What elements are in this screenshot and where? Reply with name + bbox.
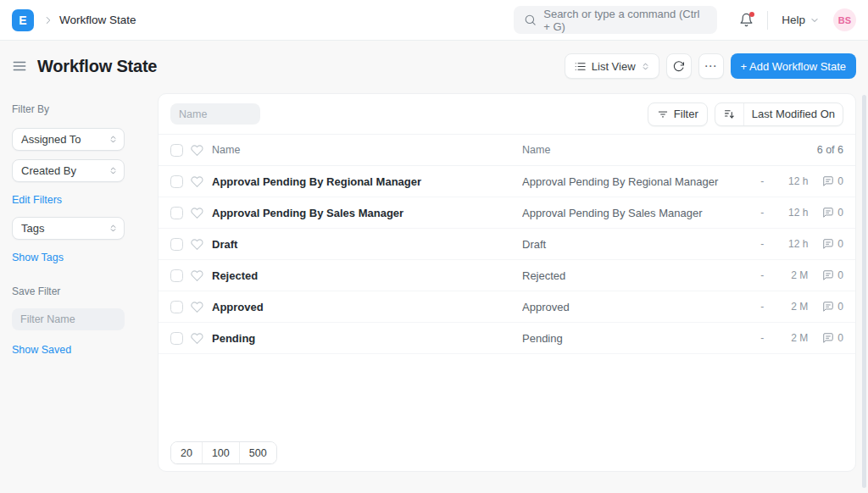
notifications-bell-button[interactable] <box>739 13 754 27</box>
page-size-button-100[interactable]: 100 <box>202 442 239 463</box>
heart-icon[interactable] <box>191 175 203 188</box>
list-row[interactable]: Approved Approved - 2 M 0 <box>159 291 855 323</box>
row-modified: 12 h <box>781 238 808 250</box>
sort-direction-button[interactable] <box>715 103 743 125</box>
row-name-link[interactable]: Pending <box>212 332 522 345</box>
row-modified: 2 M <box>781 269 808 281</box>
breadcrumb-chevron-icon <box>42 14 54 26</box>
heart-icon[interactable] <box>191 332 203 345</box>
view-switcher-button[interactable]: List View <box>565 53 659 79</box>
page-title: Workflow State <box>37 57 157 76</box>
app-logo[interactable]: E <box>12 9 34 31</box>
tags-select[interactable]: Tags <box>12 217 125 240</box>
heart-icon[interactable] <box>191 207 203 219</box>
heart-icon[interactable] <box>191 269 203 282</box>
sidebar-toggle-icon[interactable] <box>12 58 27 74</box>
row-comments[interactable]: 0 <box>822 269 843 281</box>
name-filter-input[interactable] <box>170 103 260 125</box>
list-row[interactable]: Draft Draft - 12 h 0 <box>159 229 855 260</box>
row-checkbox[interactable] <box>170 301 183 313</box>
created-by-select[interactable]: Created By <box>12 159 125 182</box>
show-saved-link[interactable]: Show Saved <box>12 344 71 356</box>
row-name-link[interactable]: Rejected <box>212 269 522 282</box>
heart-icon[interactable] <box>191 301 203 313</box>
row-modified: 12 h <box>781 207 808 219</box>
select-all-checkbox[interactable] <box>170 144 183 157</box>
sort-field-label: Last Modified On <box>752 108 835 120</box>
row-comments[interactable]: 0 <box>822 238 843 250</box>
row-name-link[interactable]: Draft <box>212 238 522 251</box>
page-size-button-20[interactable]: 20 <box>171 442 202 463</box>
row-comments[interactable]: 0 <box>822 332 843 344</box>
edit-filters-link[interactable]: Edit Filters <box>12 194 62 206</box>
row-name-link[interactable]: Approval Pending By Regional Manager <box>212 175 522 188</box>
row-name-link[interactable]: Approval Pending By Sales Manager <box>212 207 522 219</box>
more-options-button[interactable]: ⋯ <box>698 53 724 79</box>
sort-control: Last Modified On <box>715 102 843 126</box>
row-checkbox[interactable] <box>170 332 183 345</box>
row-name-link[interactable]: Approved <box>212 301 522 313</box>
row-checkbox[interactable] <box>170 269 183 282</box>
column-header-name[interactable]: Name <box>212 144 522 156</box>
list-view-icon <box>574 60 587 73</box>
comment-count: 0 <box>837 301 843 313</box>
row-meta: - 12 h 0 <box>758 175 843 187</box>
heart-icon[interactable] <box>191 238 203 251</box>
ellipsis-icon: ⋯ <box>704 58 718 74</box>
filter-actions: Filter Last Modified On <box>648 102 843 126</box>
list-row[interactable]: Rejected Rejected - 2 M 0 <box>159 260 855 291</box>
app-logo-letter: E <box>19 14 26 27</box>
view-switcher-label: List View <box>592 60 636 73</box>
comment-count: 0 <box>837 332 843 344</box>
refresh-button[interactable] <box>666 53 692 79</box>
comment-icon <box>822 238 834 250</box>
row-title: Approved <box>522 301 748 313</box>
list-header-row: Name Name 6 of 6 <box>159 135 855 166</box>
list-row[interactable]: Approval Pending By Regional Manager App… <box>159 166 855 197</box>
row-assignee: - <box>758 332 766 344</box>
row-checkbox[interactable] <box>170 207 183 219</box>
column-header-title[interactable]: Name <box>522 144 807 156</box>
row-comments[interactable]: 0 <box>822 301 843 313</box>
vertical-scrollbar[interactable] <box>862 95 866 488</box>
sort-field-button[interactable]: Last Modified On <box>743 103 843 125</box>
result-count[interactable]: 6 of 6 <box>817 144 843 156</box>
list-row[interactable]: Pending Pending - 2 M 0 <box>159 323 855 354</box>
row-comments[interactable]: 0 <box>822 207 843 219</box>
row-checkbox[interactable] <box>170 175 183 188</box>
filter-button[interactable]: Filter <box>648 102 708 126</box>
navbar-divider <box>767 11 768 30</box>
global-search-input[interactable]: Search or type a command (Ctrl + G) <box>514 6 717 34</box>
list-filter-bar: Filter Last Modified On <box>159 94 855 135</box>
row-meta: - 2 M 0 <box>758 269 843 281</box>
row-comments[interactable]: 0 <box>822 175 843 187</box>
list-row[interactable]: Approval Pending By Sales Manager Approv… <box>159 197 855 229</box>
add-workflow-state-button[interactable]: + Add Workflow State <box>731 53 856 79</box>
comment-count: 0 <box>837 175 843 187</box>
show-tags-link[interactable]: Show Tags <box>12 252 64 263</box>
search-placeholder: Search or type a command (Ctrl + G) <box>543 8 707 33</box>
help-dropdown[interactable]: Help <box>782 14 820 26</box>
select-updown-icon <box>641 62 650 71</box>
user-avatar[interactable]: BS <box>833 8 856 31</box>
row-assignee: - <box>758 301 766 313</box>
list-rows: Approval Pending By Regional Manager App… <box>159 166 855 354</box>
row-assignee: - <box>758 175 766 187</box>
page-size-button-500[interactable]: 500 <box>239 442 276 463</box>
row-meta: - 12 h 0 <box>758 207 843 219</box>
assigned-to-select[interactable]: Assigned To <box>12 128 125 151</box>
page-size-selector: 20100500 <box>170 441 277 464</box>
heart-icon[interactable] <box>191 144 203 157</box>
save-filter-label: Save Filter <box>12 285 146 297</box>
comment-icon <box>822 175 834 187</box>
tags-value: Tags <box>21 222 44 235</box>
search-icon <box>524 14 537 26</box>
filter-icon <box>657 108 669 120</box>
notification-dot <box>749 12 754 17</box>
breadcrumb[interactable]: Workflow State <box>59 14 136 26</box>
row-assignee: - <box>758 207 766 219</box>
filter-name-input[interactable] <box>12 308 125 330</box>
comment-icon <box>822 207 834 219</box>
row-checkbox[interactable] <box>170 238 183 251</box>
filter-button-label: Filter <box>674 108 698 120</box>
